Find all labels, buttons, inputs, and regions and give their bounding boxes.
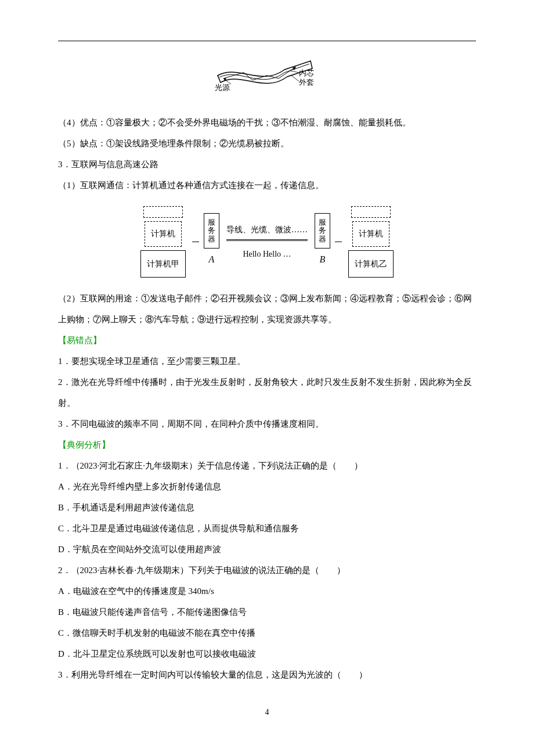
label-b: B bbox=[320, 249, 326, 271]
label-a: A bbox=[209, 249, 215, 271]
box-computer-yi: 计算机乙 bbox=[348, 250, 394, 278]
para-advantages: （4）优点：①容量极大；②不会受外界电磁场的干扰；③不怕潮湿、耐腐蚀、能量损耗低… bbox=[58, 112, 476, 133]
question-1-option-b: B．手机通话是利用超声波传递信息 bbox=[58, 497, 476, 518]
question-1: 1．（2023·河北石家庄·九年级期末）关于信息传递，下列说法正确的是（ ） bbox=[58, 455, 476, 476]
box-server-a: 服 务 器 bbox=[204, 213, 219, 249]
double-line-connector bbox=[226, 239, 308, 241]
server-b-char1: 服 bbox=[319, 218, 326, 226]
dashed-placeholder-left-top bbox=[143, 206, 183, 218]
box-server-b: 服 务 器 bbox=[315, 213, 330, 249]
server-a-char2: 务 bbox=[208, 226, 215, 235]
fiber-label-outer: 外套 bbox=[299, 78, 314, 87]
server-a-char1: 服 bbox=[208, 218, 215, 226]
label-medium: 导线、光缆、微波…… bbox=[224, 220, 310, 240]
error-point-2: 2．激光在光导纤维中传播时，由于光发生反射时，反射角较大，此时只发生反射不发生折… bbox=[58, 372, 476, 413]
question-1-option-a: A．光在光导纤维内壁上多次折射传递信息 bbox=[58, 476, 476, 497]
server-a-char3: 器 bbox=[208, 235, 215, 243]
optical-fiber-svg: 光源 内芯 外套 bbox=[209, 52, 325, 99]
para-internet-uses: （2）互联网的用途：①发送电子邮件；②召开视频会议；③网上发布新闻；④远程教育；… bbox=[58, 288, 476, 330]
box-computer-jia: 计算机甲 bbox=[140, 250, 186, 278]
question-2-option-d: D．北斗卫星定位系统既可以发射也可以接收电磁波 bbox=[58, 643, 476, 664]
server-b-char2: 务 bbox=[319, 226, 326, 235]
connector-line bbox=[192, 242, 199, 242]
question-2: 2．（2023·吉林长春·九年级期末）下列关于电磁波的说法正确的是（ ） bbox=[58, 560, 476, 581]
figure-network-diagram: 计算机 计算机甲 服 务 器 A 导线、光缆、微波…… Hello Hello … bbox=[58, 201, 476, 282]
question-2-option-c: C．微信聊天时手机发射的电磁波不能在真空中传播 bbox=[58, 622, 476, 643]
error-point-1: 1．要想实现全球卫星通信，至少需要三颗卫星。 bbox=[58, 351, 476, 372]
question-1-option-c: C．北斗卫星是通过电磁波传递信息，从而提供导航和通信服务 bbox=[58, 518, 476, 539]
figure-optical-fiber: 光源 内芯 外套 bbox=[58, 52, 476, 106]
fiber-label-inner: 内芯 bbox=[299, 69, 314, 77]
connector-line-right bbox=[335, 242, 342, 242]
para-disadvantages: （5）缺点：①架设线路受地理条件限制；②光缆易被拉断。 bbox=[58, 133, 476, 154]
box-computer-left: 计算机 bbox=[145, 221, 182, 247]
server-b-char3: 器 bbox=[319, 235, 326, 243]
box-computer-right: 计算机 bbox=[352, 221, 389, 247]
para-internet-comm: （1）互联网通信：计算机通过各种通信方式连接在一起，传递信息。 bbox=[58, 175, 476, 196]
header-rule bbox=[58, 41, 476, 41]
question-3: 3．利用光导纤维在一定时间内可以传输较大量的信息，这是因为光波的（ ） bbox=[58, 664, 476, 685]
section-heading-errors: 【易错点】 bbox=[58, 330, 476, 351]
label-hello: Hello Hello … bbox=[240, 244, 293, 264]
svg-line-9 bbox=[291, 75, 299, 81]
fiber-label-left: 光源 bbox=[215, 83, 230, 92]
svg-line-8 bbox=[290, 71, 299, 73]
page-number: 4 bbox=[58, 703, 476, 722]
heading-internet: 3．互联网与信息高速公路 bbox=[58, 154, 476, 175]
question-1-option-d: D．宇航员在空间站外交流可以使用超声波 bbox=[58, 539, 476, 560]
question-2-option-b: B．电磁波只能传递声音信号，不能传递图像信号 bbox=[58, 602, 476, 622]
question-2-option-a: A．电磁波在空气中的传播速度是 340m/s bbox=[58, 581, 476, 602]
error-point-3: 3．不同电磁波的频率不同，周期不同，在同种介质中传播速度相同。 bbox=[58, 413, 476, 434]
dashed-placeholder-right-top bbox=[351, 206, 391, 218]
section-heading-examples: 【典例分析】 bbox=[58, 434, 476, 455]
